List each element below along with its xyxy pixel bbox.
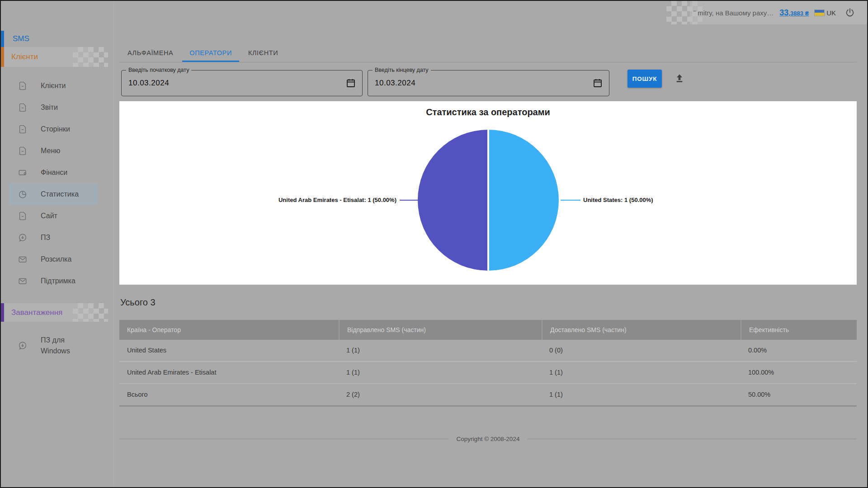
sidebar-item-label: Фінанси [41,169,67,177]
cell-country: United States [119,340,339,361]
operators-chart-panel: Статистика за операторами United Arab Em… [119,101,857,285]
sidebar-item-clients[interactable]: Клієнти [9,75,98,97]
pie-label-us: United States: 1 (50.00%) [583,197,653,203]
main-content: АЛЬФАЇМЕНА ОПЕРАТОРИ КЛІЄНТИ Введіть поч… [119,1,857,488]
chart-title: Статистика за операторами [119,107,857,117]
pie-divider [487,130,489,271]
cell-country: United Arab Emirates - Etisalat [119,362,339,383]
table-header-efficiency: Ефективність [741,320,857,340]
tab-operators[interactable]: ОПЕРАТОРИ [182,44,239,62]
sidebar-section-label: SMS [13,34,29,43]
cell-delivered: 0 (0) [542,340,741,361]
cell-delivered: 1 (1) [542,384,741,405]
download-icon [18,341,28,351]
cell-sent: 1 (1) [339,362,542,383]
document-icon [18,146,28,156]
search-button[interactable]: ПОШУК [627,70,662,88]
sidebar-item-reports[interactable]: Звіти [9,97,98,118]
sidebar-item-finance[interactable]: Фінанси [9,162,98,183]
cell-efficiency: 50.00% [741,384,857,405]
calendar-icon[interactable] [345,78,356,89]
sidebar-section-label: Завантаження [11,308,62,317]
tab-clients[interactable]: КЛІЄНТИ [241,44,285,61]
sidebar-item-label: Меню [41,147,60,155]
cell-efficiency: 100.00% [741,362,857,383]
sidebar-item-label: Сайт [41,212,57,220]
sidebar-item-site[interactable]: Сайт [9,205,98,227]
end-date-value[interactable]: 10.03.2024 [368,70,609,96]
sidebar-section-downloads[interactable]: Завантаження [1,303,94,322]
cell-country: Всього [119,384,339,405]
sidebar-item-support[interactable]: Підтримка [9,270,98,292]
upload-icon[interactable] [674,73,685,84]
wallet-icon [18,168,28,178]
footer: Copyright © 2008-2024 [119,436,857,442]
cell-sent: 1 (1) [339,340,542,361]
document-icon [18,81,28,91]
sidebar-item-label: ПЗ [41,234,50,242]
sidebar-section-clients[interactable]: Клієнти [1,47,94,67]
pie-chart-icon [18,189,28,199]
end-date-label: Введіть кінцеву дату [373,67,431,73]
sidebar-item-label: Розсилка [41,255,71,263]
sidebar-item-pages[interactable]: Сторінки [9,118,98,140]
sidebar-item-menu[interactable]: Меню [9,140,98,162]
start-date-label: Введіть початкову дату [126,67,191,73]
footer-divider [528,439,857,439]
filter-controls: Введіть початкову дату 10.03.2024 Введіт… [121,69,857,97]
download-icon [18,233,28,243]
sidebar-section-label: Клієнти [11,52,38,61]
document-icon [18,211,28,221]
sidebar-item-statistics[interactable]: Статистика [9,183,98,205]
tab-alphanames[interactable]: АЛЬФАЇМЕНА [120,44,180,61]
operators-table: Країна - Оператор Відправлено SMS (части… [119,320,857,407]
pie-label-uae: United Arab Emirates - Etisalat: 1 (50.0… [278,197,396,203]
sidebar-item-software[interactable]: ПЗ [9,227,98,249]
sidebar-item-label: Статистика [41,190,79,198]
sidebar-section-sms[interactable]: SMS [1,31,114,47]
sidebar-item-label: ПЗ дляWindows [41,335,70,357]
sidebar-item-label: Підтримка [41,277,75,285]
sidebar-item-software-windows[interactable]: ПЗ дляWindows [9,333,98,359]
envelope-icon [18,276,28,286]
sidebar-nav: Клієнти Звіти Сторінки Меню Фінанси Стат… [1,75,113,292]
footer-divider [119,439,448,439]
table-header-sent: Відправлено SMS (частин) [339,320,542,340]
table-header-row: Країна - Оператор Відправлено SMS (части… [119,320,857,340]
end-date-field[interactable]: Введіть кінцеву дату 10.03.2024 [368,70,609,96]
sidebar-item-label: Звіти [41,103,58,112]
sidebar-item-mailing[interactable]: Розсилка [9,249,98,270]
totals-heading: Усього 3 [120,297,156,308]
checker-decoration [73,303,108,322]
pie [418,130,559,271]
table-row: United States 1 (1) 0 (0) 0.00% [119,340,857,362]
start-date-field[interactable]: Введіть початкову дату 10.03.2024 [121,70,363,96]
tab-bar: АЛЬФАЇМЕНА ОПЕРАТОРИ КЛІЄНТИ [119,44,857,62]
calendar-icon[interactable] [592,78,603,89]
table-header-delivered: Доставлено SMS (частин) [542,320,741,340]
start-date-value[interactable]: 10.03.2024 [122,70,362,96]
cell-sent: 2 (2) [339,384,542,405]
app-window: Dmitry, на Вашому раху… 33,3883 ₴ UK SMS… [0,0,868,488]
document-icon [18,103,28,113]
table-header-country: Країна - Оператор [119,320,339,340]
sidebar: SMS Клієнти Клієнти Звіти Сторінки Меню [1,1,114,487]
pie-leader-line-left [400,200,420,201]
sidebar-item-label: Клієнти [41,82,66,90]
cell-delivered: 1 (1) [542,362,741,383]
envelope-icon [18,254,28,264]
document-icon [18,124,28,134]
table-row: United Arab Emirates - Etisalat 1 (1) 1 … [119,362,857,384]
sidebar-item-label: Сторінки [41,125,70,133]
checker-decoration [73,47,108,67]
table-row-total: Всього 2 (2) 1 (1) 50.00% [119,384,857,407]
pie-leader-line-right [561,200,580,201]
copyright-text: Copyright © 2008-2024 [457,436,520,442]
cell-efficiency: 0.00% [741,340,857,361]
